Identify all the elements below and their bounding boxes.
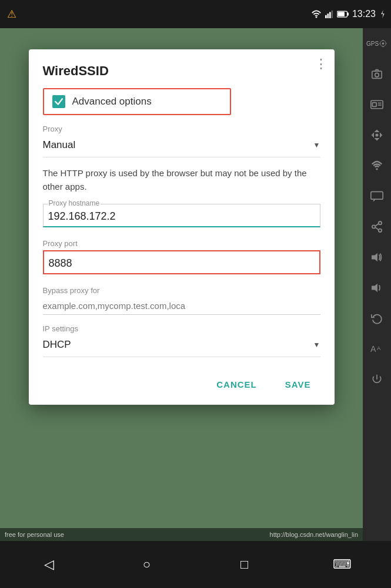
battery-icon	[337, 10, 349, 18]
move-icon[interactable]	[366, 125, 387, 146]
status-time: 13:23	[352, 9, 376, 19]
ip-settings-label: IP settings	[43, 324, 320, 333]
power-icon[interactable]	[366, 369, 387, 390]
warning-icon: ⚠	[7, 8, 16, 21]
svg-rect-4	[331, 11, 333, 18]
status-bar-right: 13:23	[311, 9, 386, 19]
gps-icon[interactable]: GPS	[366, 33, 387, 54]
dialog: WiredSSID Advanced options ⋮ Proxy Manua…	[29, 49, 335, 405]
dialog-buttons: CANCEL SAVE	[43, 367, 320, 395]
proxy-arrow-icon: ▼	[313, 141, 320, 149]
svg-rect-19	[371, 191, 383, 199]
svg-rect-1	[325, 15, 327, 18]
svg-point-21	[372, 225, 375, 228]
svg-point-18	[376, 168, 377, 170]
status-bar-left: ⚠	[7, 8, 16, 21]
svg-marker-8	[381, 10, 384, 18]
svg-line-24	[375, 227, 378, 230]
proxy-hostname-label: Proxy hostname	[48, 199, 101, 207]
status-bar: ⚠ 13:23	[0, 0, 391, 28]
volume-down-icon[interactable]	[366, 277, 387, 298]
three-dot-menu[interactable]: ⋮	[315, 56, 327, 72]
svg-rect-3	[329, 12, 331, 19]
camera-icon[interactable]	[366, 63, 387, 85]
proxy-dropdown[interactable]: Manual ▼	[43, 136, 320, 157]
id-card-icon[interactable]	[366, 94, 387, 115]
bottom-nav: ◁ ○ □ ⌨	[0, 541, 391, 588]
proxy-value: Manual	[43, 139, 76, 151]
proxy-hostname-group: Proxy hostname	[43, 204, 320, 227]
text-size-icon[interactable]: A A	[366, 338, 387, 359]
signal-icon	[325, 10, 333, 18]
ip-settings-value: DHCP	[43, 339, 71, 351]
share-icon[interactable]	[366, 216, 387, 237]
proxy-port-group: Proxy port	[43, 239, 320, 274]
svg-point-9	[382, 42, 385, 45]
advanced-options-box[interactable]: Advanced options	[43, 88, 231, 115]
svg-marker-25	[372, 253, 377, 261]
recent-apps-button[interactable]: □	[227, 547, 262, 582]
cancel-button[interactable]: CANCEL	[207, 374, 266, 395]
proxy-hostname-input[interactable]	[43, 204, 320, 227]
proxy-label: Proxy	[43, 125, 320, 133]
svg-point-22	[379, 229, 382, 232]
svg-point-20	[379, 221, 382, 224]
svg-point-12	[375, 73, 379, 77]
bypass-label: Bypass proxy for	[43, 286, 320, 295]
charging-icon	[379, 10, 386, 18]
ip-settings-arrow-icon: ▼	[313, 341, 320, 349]
background-overlay: WiredSSID Advanced options ⋮ Proxy Manua…	[0, 28, 363, 541]
bottom-left-text: free for personal use	[5, 531, 64, 538]
svg-text:A: A	[370, 344, 376, 354]
proxy-section: Proxy Manual ▼	[43, 125, 320, 157]
bottom-right-text: http://blog.csdn.net/wanglin_lin	[270, 531, 358, 538]
save-button[interactable]: SAVE	[276, 374, 320, 395]
message-icon[interactable]	[366, 186, 387, 207]
home-button[interactable]: ○	[129, 547, 164, 582]
advanced-options-label: Advanced options	[72, 96, 152, 107]
back-button[interactable]: ◁	[31, 547, 66, 582]
volume-up-icon[interactable]	[366, 247, 387, 268]
dialog-title: WiredSSID	[43, 63, 320, 79]
keyboard-button[interactable]: ⌨	[325, 547, 360, 582]
wifi-sidebar-icon[interactable]	[366, 155, 387, 176]
right-sidebar: GPS	[363, 28, 391, 541]
svg-text:A: A	[377, 345, 381, 351]
bypass-section: Bypass proxy for	[43, 286, 320, 315]
wifi-icon	[311, 10, 322, 18]
http-notice: The HTTP proxy is used by the browser bu…	[43, 167, 320, 193]
ip-settings-dropdown[interactable]: DHCP ▼	[43, 335, 320, 357]
svg-marker-26	[372, 284, 377, 292]
advanced-options-checkbox[interactable]	[52, 95, 65, 108]
proxy-port-label: Proxy port	[43, 239, 320, 248]
bypass-input[interactable]	[43, 297, 320, 315]
svg-point-0	[316, 16, 318, 18]
svg-rect-6	[347, 13, 349, 16]
svg-line-23	[375, 224, 378, 226]
bottom-text-bar: free for personal use http://blog.csdn.n…	[0, 528, 363, 541]
rotate-icon[interactable]	[366, 308, 387, 329]
ip-settings-section: IP settings DHCP ▼	[43, 324, 320, 357]
proxy-port-input[interactable]	[43, 250, 320, 274]
svg-point-17	[376, 134, 377, 136]
svg-rect-14	[372, 103, 376, 107]
svg-rect-2	[327, 14, 329, 18]
svg-rect-7	[337, 12, 345, 16]
